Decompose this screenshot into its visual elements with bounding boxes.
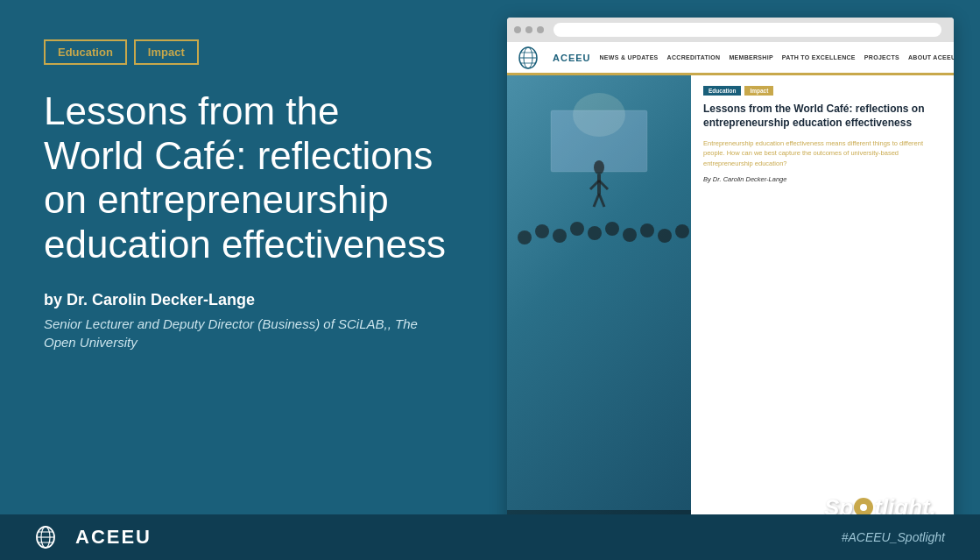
svg-point-19: [640, 223, 654, 237]
footer-logo-text: ACEEU: [75, 526, 152, 549]
nav-news[interactable]: NEWS & UPDATES: [600, 54, 659, 60]
nav-accreditation[interactable]: ACCREDITATION: [667, 54, 721, 60]
main-container: Education Impact Lessons from the World …: [0, 0, 980, 560]
footer-bar: ACEEU #ACEEU_Spotlight: [0, 514, 980, 560]
author-role: Senior Lecturer and Deputy Director (Bus…: [44, 315, 447, 351]
footer-logo-icon: [35, 524, 67, 550]
svg-point-13: [535, 224, 549, 238]
svg-point-15: [570, 222, 584, 236]
article-impact-tag[interactable]: Impact: [744, 86, 773, 96]
svg-line-11: [599, 194, 604, 207]
website-mockup: ACEEU NEWS & UPDATES ACCREDITATION MEMBE…: [507, 42, 954, 535]
site-content: 28 APR 2022 ▶ Education Impact Lessons f…: [507, 75, 954, 535]
audience-svg: [507, 93, 691, 268]
browser-chrome: [507, 18, 954, 42]
svg-point-21: [675, 224, 689, 238]
svg-point-17: [605, 222, 619, 236]
tags-row: Education Impact: [44, 39, 447, 65]
nav-about[interactable]: ABOUT ACEEU: [908, 54, 954, 60]
site-logo: ACEEU: [518, 45, 591, 71]
article-title: Lessons from the World Café: reflections…: [703, 103, 941, 130]
footer-logo: ACEEU: [35, 524, 152, 550]
nav-path[interactable]: PATH TO EXCELLENCE: [782, 54, 856, 60]
browser-dot-2: [525, 26, 532, 33]
article-image: 28 APR 2022 ▶: [507, 75, 691, 535]
svg-line-10: [594, 194, 599, 207]
right-panel: ACEEU NEWS & UPDATES ACCREDITATION MEMBE…: [507, 18, 954, 535]
aceeu-logo-icon: [518, 45, 549, 71]
svg-point-14: [553, 229, 567, 243]
svg-point-12: [518, 230, 532, 245]
article-education-tag[interactable]: Education: [703, 86, 741, 96]
left-panel: Education Impact Lessons from the World …: [0, 0, 490, 560]
footer-hashtag: #ACEEU_Spotlight: [842, 530, 945, 544]
svg-point-6: [594, 160, 604, 174]
svg-point-18: [623, 228, 637, 242]
article-excerpt: Entrepreneurship education effectiveness…: [703, 138, 941, 168]
nav-membership[interactable]: MEMBERSHIP: [729, 54, 772, 60]
svg-point-16: [588, 226, 602, 240]
author-name: by Dr. Carolin Decker-Lange: [44, 291, 447, 309]
main-title: Lessons from the World Café: reflections…: [44, 89, 447, 266]
browser-dot-1: [514, 26, 521, 33]
svg-point-20: [658, 229, 672, 243]
nav-items: NEWS & UPDATES ACCREDITATION MEMBERSHIP …: [600, 54, 954, 60]
education-tag[interactable]: Education: [44, 39, 127, 65]
article-tags: Education Impact: [703, 86, 941, 96]
aceeu-logo-text: ACEEU: [553, 53, 591, 63]
browser-dot-3: [537, 26, 544, 33]
impact-tag[interactable]: Impact: [134, 39, 199, 65]
nav-projects[interactable]: PROJECTS: [864, 54, 899, 60]
site-nav: ACEEU NEWS & UPDATES ACCREDITATION MEMBE…: [507, 42, 954, 75]
article-byline: By Dr. Carolin Decker-Lange: [703, 175, 941, 183]
browser-url-bar[interactable]: [553, 23, 941, 37]
article-right: Education Impact Lessons from the World …: [691, 75, 954, 535]
